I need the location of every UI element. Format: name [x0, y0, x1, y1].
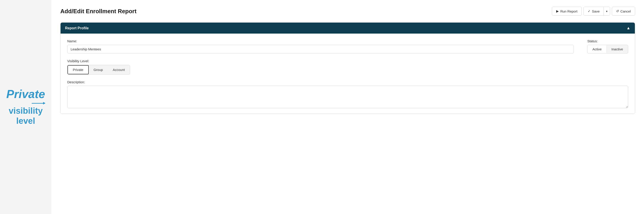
visibility-label: Visibility Level:	[67, 59, 89, 63]
status-field-group: Status: Active Inactive	[587, 39, 628, 54]
main-content: Add/Edit Enrollment Report Run Report Sa…	[52, 0, 644, 214]
card-header: Report Profile	[60, 23, 635, 34]
cancel-label: Cancel	[620, 10, 631, 13]
save-label: Save	[592, 10, 600, 13]
name-input[interactable]	[67, 45, 574, 54]
visibility-row: Visibility Level: Private Group Account	[67, 59, 628, 74]
run-report-label: Run Report	[560, 10, 578, 13]
save-button-group: Save	[584, 7, 610, 16]
page-title: Add/Edit Enrollment Report	[60, 8, 136, 15]
save-button[interactable]: Save	[584, 7, 604, 16]
cancel-button[interactable]: Cancel	[612, 7, 635, 16]
name-status-row: Name: Status: Active Inactive	[67, 39, 628, 54]
visibility-group-button[interactable]: Group	[89, 65, 108, 74]
save-check-icon	[588, 9, 590, 13]
annotation-subtitle-text: visibilitylevel	[6, 106, 45, 126]
chevron-down-icon	[606, 10, 608, 13]
collapse-icon[interactable]	[626, 26, 630, 30]
cancel-icon	[616, 9, 619, 13]
name-field-group: Name:	[67, 39, 574, 54]
status-toggle-group: Active Inactive	[587, 45, 628, 54]
annotation-panel: Private visibilitylevel	[0, 0, 52, 214]
arrow-line	[32, 103, 45, 104]
status-active-button[interactable]: Active	[588, 45, 606, 53]
status-inactive-button[interactable]: Inactive	[606, 45, 628, 53]
report-profile-card: Report Profile Name: Status: Active Inac…	[60, 22, 635, 114]
card-body: Name: Status: Active Inactive Visibility…	[60, 34, 635, 114]
visibility-account-button[interactable]: Account	[108, 65, 130, 74]
description-textarea[interactable]	[67, 86, 628, 108]
annotation-content: Private visibilitylevel	[6, 88, 45, 126]
run-report-button[interactable]: Run Report	[552, 7, 582, 16]
name-label: Name:	[67, 39, 574, 43]
page-header: Add/Edit Enrollment Report Run Report Sa…	[60, 7, 635, 16]
header-actions: Run Report Save Cancel	[552, 7, 635, 16]
visibility-toggle-group: Private Group Account	[67, 65, 130, 74]
status-label: Status:	[587, 39, 628, 43]
annotation-arrow	[6, 103, 45, 104]
description-label: Description:	[67, 80, 628, 84]
save-dropdown-button[interactable]	[604, 7, 610, 16]
description-row: Description:	[67, 80, 628, 108]
card-header-title: Report Profile	[65, 26, 89, 30]
annotation-private-text: Private	[6, 88, 45, 100]
run-report-icon	[556, 9, 559, 13]
visibility-private-button[interactable]: Private	[68, 65, 89, 74]
